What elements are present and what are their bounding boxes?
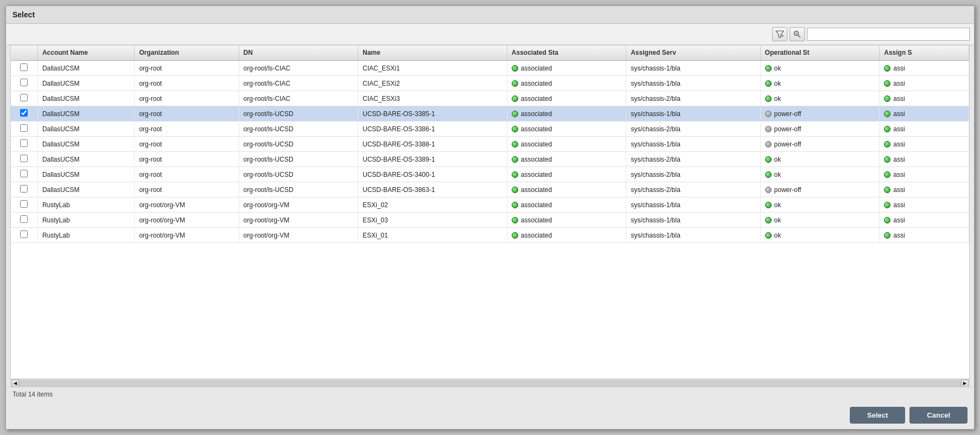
row-operational-state: power-off: [760, 137, 880, 152]
row-assigned-server: sys/chassis-2/bla: [626, 182, 760, 197]
assign-status-text: assi: [893, 201, 905, 209]
header-name[interactable]: Name: [358, 46, 507, 60]
search-input[interactable]: [807, 28, 970, 41]
row-account-name: DallasUCSM: [37, 91, 134, 106]
row-checkbox[interactable]: [20, 185, 28, 193]
row-organization: org-root: [135, 121, 239, 137]
op-status-dot: [765, 65, 772, 72]
table-row[interactable]: DallasUCSMorg-rootorg-root/ls-CIACCIAC_E…: [11, 76, 969, 91]
row-associated-state: associated: [507, 213, 626, 228]
row-account-name: DallasUCSM: [37, 106, 134, 121]
row-associated-state: associated: [507, 76, 626, 91]
op-status-text: ok: [774, 232, 781, 239]
row-organization: org-root/org-VM: [135, 228, 239, 243]
row-account-name: DallasUCSM: [37, 167, 134, 182]
assoc-status-text: associated: [521, 201, 552, 209]
header-account-name[interactable]: Account Name: [37, 46, 134, 60]
row-operational-state: ok: [760, 60, 880, 76]
assoc-status-dot: [512, 232, 518, 239]
assoc-status-text: associated: [521, 140, 552, 148]
row-checkbox-cell: [11, 228, 37, 243]
row-associated-state: associated: [507, 60, 626, 76]
row-checkbox[interactable]: [20, 94, 28, 101]
footer-total: Total 14 items: [6, 387, 974, 401]
assoc-status-dot: [512, 217, 518, 223]
row-name: UCSD-BARE-OS-3385-1: [358, 106, 507, 121]
table-row[interactable]: DallasUCSMorg-rootorg-root/ls-UCSDUCSD-B…: [11, 167, 969, 182]
op-status-text: ok: [774, 216, 781, 224]
row-name: ESXi_03: [358, 213, 507, 228]
row-checkbox-cell: [11, 182, 37, 197]
row-checkbox-cell: [11, 60, 37, 76]
table-container[interactable]: Account Name Organization DN Name Associ…: [10, 45, 970, 379]
row-checkbox[interactable]: [20, 124, 28, 132]
table-row[interactable]: RustyLaborg-root/org-VMorg-root/org-VMES…: [11, 228, 969, 243]
row-name: CIAC_ESXi3: [358, 91, 507, 106]
op-status-dot: [765, 156, 772, 163]
select-button[interactable]: Select: [850, 407, 905, 424]
table-row[interactable]: DallasUCSMorg-rootorg-root/ls-CIACCIAC_E…: [11, 60, 969, 76]
row-dn: org-root/ls-UCSD: [239, 152, 358, 167]
assoc-status-text: associated: [521, 110, 552, 118]
assign-status-dot: [884, 171, 890, 178]
row-associated-state: associated: [507, 106, 626, 121]
header-organization[interactable]: Organization: [135, 46, 239, 60]
assign-status-dot: [884, 95, 890, 102]
row-account-name: DallasUCSM: [37, 182, 134, 197]
row-associated-state: associated: [507, 137, 626, 152]
row-checkbox[interactable]: [20, 109, 28, 117]
row-checkbox[interactable]: [20, 79, 28, 86]
row-checkbox[interactable]: [20, 200, 28, 208]
row-assigned-server: sys/chassis-1/bla: [626, 76, 760, 91]
row-checkbox[interactable]: [20, 155, 28, 162]
horizontal-scrollbar[interactable]: ◀ ▶: [10, 379, 970, 387]
add-filter-button[interactable]: [772, 27, 787, 41]
assoc-status-text: associated: [521, 232, 552, 239]
scroll-right-button[interactable]: ▶: [961, 380, 969, 387]
header-dn[interactable]: DN: [239, 46, 358, 60]
assoc-status-text: associated: [521, 65, 552, 72]
table-row[interactable]: DallasUCSMorg-rootorg-root/ls-UCSDUCSD-B…: [11, 121, 969, 137]
assoc-status-dot: [512, 111, 518, 117]
header-assign-s[interactable]: Assign S: [880, 46, 969, 60]
assign-status-text: assi: [893, 140, 905, 148]
op-status-dot: [765, 171, 772, 178]
table-row[interactable]: DallasUCSMorg-rootorg-root/ls-UCSDUCSD-B…: [11, 137, 969, 152]
cancel-button[interactable]: Cancel: [909, 407, 968, 424]
row-organization: org-root: [135, 91, 239, 106]
row-organization: org-root: [135, 167, 239, 182]
row-organization: org-root/org-VM: [135, 197, 239, 213]
row-organization: org-root: [135, 182, 239, 197]
search-icon: [793, 30, 801, 39]
table-row[interactable]: DallasUCSMorg-rootorg-root/ls-UCSDUCSD-B…: [11, 106, 969, 121]
row-checkbox[interactable]: [20, 63, 28, 71]
table-row[interactable]: RustyLaborg-root/org-VMorg-root/org-VMES…: [11, 213, 969, 228]
header-assigned-server[interactable]: Assigned Serv: [626, 46, 760, 60]
op-status-dot: [765, 80, 772, 87]
row-checkbox[interactable]: [20, 215, 28, 223]
row-associated-state: associated: [507, 152, 626, 167]
assoc-status-dot: [512, 141, 518, 148]
op-status-dot: [765, 141, 772, 148]
header-associated-state[interactable]: Associated Sta: [507, 46, 626, 60]
row-assigned-server: sys/chassis-1/bla: [626, 137, 760, 152]
table-row[interactable]: DallasUCSMorg-rootorg-root/ls-CIACCIAC_E…: [11, 91, 969, 106]
op-status-dot: [765, 202, 772, 208]
op-status-dot: [765, 111, 772, 117]
scroll-track[interactable]: [19, 381, 961, 386]
table-row[interactable]: DallasUCSMorg-rootorg-root/ls-UCSDUCSD-B…: [11, 182, 969, 197]
table-row[interactable]: DallasUCSMorg-rootorg-root/ls-UCSDUCSD-B…: [11, 152, 969, 167]
scroll-left-button[interactable]: ◀: [11, 380, 19, 387]
row-checkbox[interactable]: [20, 231, 28, 238]
data-table: Account Name Organization DN Name Associ…: [11, 46, 969, 243]
row-checkbox[interactable]: [20, 139, 28, 147]
table-row[interactable]: RustyLaborg-root/org-VMorg-root/org-VMES…: [11, 197, 969, 213]
row-checkbox-cell: [11, 213, 37, 228]
assign-status-dot: [884, 141, 890, 148]
row-checkbox[interactable]: [20, 170, 28, 177]
header-operational-state[interactable]: Operational St: [760, 46, 880, 60]
row-checkbox-cell: [11, 167, 37, 182]
row-account-name: DallasUCSM: [37, 121, 134, 137]
search-filter-button[interactable]: [790, 27, 805, 41]
assoc-status-dot: [512, 80, 518, 87]
